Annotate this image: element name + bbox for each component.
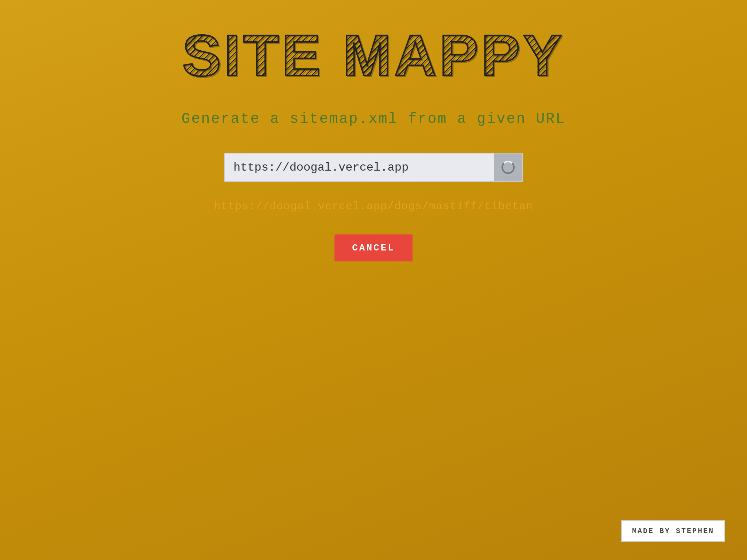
app-logo: SiTe mApPy bbox=[182, 22, 565, 89]
page-subtitle: Generate a sitemap.xml from a given URL bbox=[181, 111, 565, 127]
go-button[interactable] bbox=[494, 153, 523, 182]
cancel-button[interactable]: CANCEL bbox=[334, 234, 413, 261]
footer-badge: MADE BY STEPHEN bbox=[621, 520, 725, 542]
loading-spinner-icon bbox=[502, 161, 515, 174]
crawled-url-display: https://doogal.vercel.app/dogs/mastiff/t… bbox=[214, 200, 533, 213]
logo-container: SiTe mApPy bbox=[182, 22, 565, 89]
url-input[interactable] bbox=[224, 153, 494, 182]
url-input-container bbox=[224, 153, 523, 182]
